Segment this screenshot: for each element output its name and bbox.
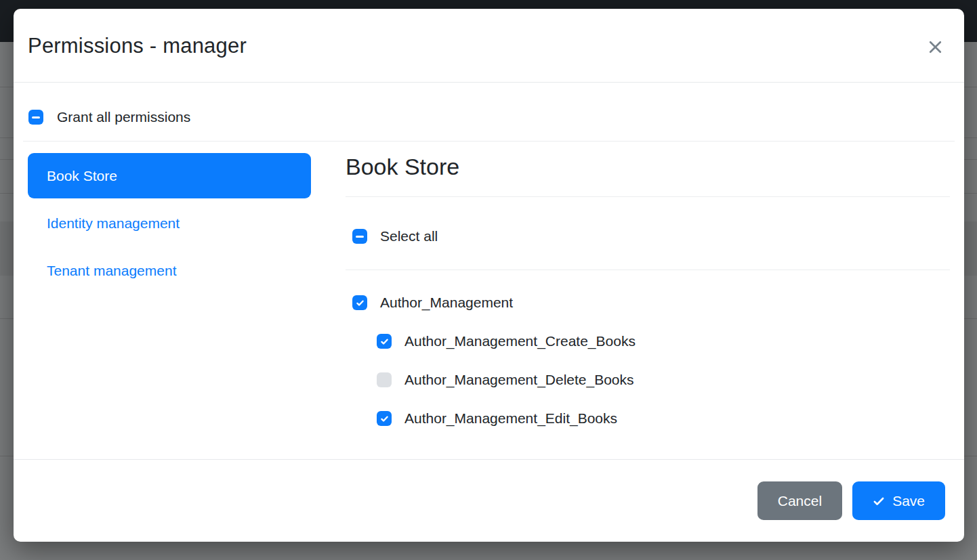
modal-title: Permissions - manager: [28, 35, 247, 58]
permission-panel: Book Store Select all Author_Management …: [346, 153, 950, 448]
grant-all-label[interactable]: Grant all permissions: [57, 108, 190, 126]
permissions-modal: Permissions - manager Grant all permissi…: [14, 9, 964, 542]
screen: Permissions - manager Grant all permissi…: [0, 0, 977, 560]
permission-group-tab[interactable]: Identity management: [28, 200, 311, 246]
cancel-button[interactable]: Cancel: [757, 481, 842, 520]
permission-row: Author_Management_Delete_Books: [377, 371, 950, 389]
permission-label[interactable]: Author_Management_Edit_Books: [404, 410, 617, 427]
cancel-button-label: Cancel: [778, 493, 822, 509]
permission-row: Author_Management_Create_Books: [377, 332, 950, 350]
permission-checkbox[interactable]: [377, 372, 392, 387]
tab-label: Tenant management: [47, 263, 176, 278]
modal-footer: Cancel Save: [14, 459, 964, 542]
save-button-label: Save: [892, 493, 925, 509]
check-icon: [873, 495, 885, 507]
permission-group-tab[interactable]: Tenant management: [28, 248, 311, 293]
permission-row: Author_Management_Edit_Books: [377, 410, 950, 427]
save-button[interactable]: Save: [852, 481, 945, 520]
close-icon: [927, 39, 944, 56]
modal-body: Grant all permissions Book Store Identit…: [14, 83, 964, 459]
permission-checkbox[interactable]: [377, 411, 392, 426]
tab-list: Book Store Identity management Tenant ma…: [28, 153, 311, 448]
modal-header: Permissions - manager: [14, 9, 964, 83]
permission-tree: Author_Management Author_Management_Crea…: [346, 294, 950, 427]
permission-checkbox[interactable]: [352, 295, 367, 310]
grant-all-checkbox[interactable]: [28, 110, 43, 125]
permission-label[interactable]: Author_Management_Delete_Books: [404, 371, 634, 389]
select-all-row: Select all: [352, 228, 950, 245]
panel-heading: Book Store: [346, 153, 950, 197]
permission-group-tab[interactable]: Book Store: [28, 153, 311, 198]
tab-label: Identity management: [47, 215, 180, 231]
close-button[interactable]: [927, 39, 944, 56]
divider: [346, 270, 950, 270]
permission-row: Author_Management: [352, 294, 950, 311]
tab-label: Book Store: [47, 168, 117, 184]
permission-label[interactable]: Author_Management_Create_Books: [404, 332, 636, 350]
permission-checkbox[interactable]: [377, 334, 392, 349]
select-all-checkbox[interactable]: [352, 229, 367, 244]
divider: [23, 141, 955, 142]
body-columns: Book Store Identity management Tenant ma…: [28, 153, 950, 448]
permission-label[interactable]: Author_Management: [380, 294, 513, 311]
grant-all-row: Grant all permissions: [28, 108, 950, 126]
select-all-label[interactable]: Select all: [380, 228, 438, 245]
